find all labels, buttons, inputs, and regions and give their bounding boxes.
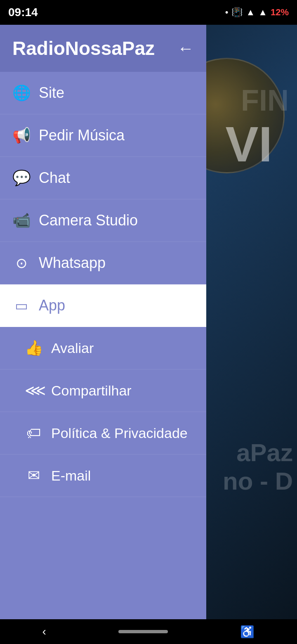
app-icon: ▭ xyxy=(12,297,31,314)
home-indicator[interactable] xyxy=(118,630,168,633)
drawer-title: RadioNossaPaz xyxy=(12,37,155,59)
menu-label-app: App xyxy=(39,297,65,314)
status-bar: 09:14 • 📳 ▲ ▲ 12% xyxy=(0,0,297,25)
navigation-drawer: RadioNossaPaz ← 🌐 Site 📢 Pedir Música 💬 … xyxy=(0,25,206,619)
wifi-icon: ▲ xyxy=(258,7,267,18)
menu-item-whatsapp[interactable]: ⊙ Whatsapp xyxy=(0,242,206,284)
nav-back-button[interactable]: ‹ xyxy=(30,621,59,642)
status-time: 09:14 xyxy=(8,6,38,19)
menu-item-app[interactable]: ▭ App xyxy=(0,284,206,327)
back-arrow-icon[interactable]: ← xyxy=(177,39,194,58)
menu-label-whatsapp: Whatsapp xyxy=(39,254,106,272)
thumbsup-icon: 👍 xyxy=(25,339,43,357)
globe-icon: 🌐 xyxy=(12,84,31,102)
menu-label-pedir-musica: Pedir Música xyxy=(39,127,125,144)
vibrate-icon: 📳 xyxy=(231,7,243,18)
menu-item-site[interactable]: 🌐 Site xyxy=(0,72,206,114)
menu-item-compartilhar[interactable]: ⋘ Compartilhar xyxy=(0,369,206,412)
menu-label-camera-studio: Camera Studio xyxy=(39,212,138,229)
dot-icon: • xyxy=(225,7,229,18)
menu-item-politica[interactable]: 🏷 Política & Privacidade xyxy=(0,412,206,455)
camera-icon: 📹 xyxy=(12,212,31,229)
drawer-header: RadioNossaPaz ← xyxy=(0,25,206,72)
menu-label-email: E-mail xyxy=(51,468,91,484)
megaphone-icon: 📢 xyxy=(12,127,31,144)
menu-item-email[interactable]: ✉ E-mail xyxy=(0,455,206,497)
share-icon: ⋘ xyxy=(25,382,43,399)
whatsapp-icon: ⊙ xyxy=(12,255,31,271)
email-icon: ✉ xyxy=(25,467,43,484)
chat-icon: 💬 xyxy=(12,169,31,187)
navigation-bar: ‹ ♿ xyxy=(0,619,297,644)
privacy-icon: 🏷 xyxy=(25,424,43,442)
accessibility-button[interactable]: ♿ xyxy=(228,621,267,643)
menu-item-camera-studio[interactable]: 📹 Camera Studio xyxy=(0,199,206,242)
menu-item-chat[interactable]: 💬 Chat xyxy=(0,157,206,199)
menu-label-politica: Política & Privacidade xyxy=(51,425,188,441)
menu-item-avaliar[interactable]: 👍 Avaliar xyxy=(0,327,206,369)
bg-text-bottom: aPazno - D xyxy=(223,438,293,495)
bg-text-vi: VI xyxy=(226,116,272,173)
menu-label-site: Site xyxy=(39,84,64,102)
signal-icon: ▲ xyxy=(246,7,255,18)
menu-label-avaliar: Avaliar xyxy=(51,340,94,356)
menu-label-compartilhar: Compartilhar xyxy=(51,383,132,399)
menu-label-chat: Chat xyxy=(39,169,70,187)
battery-text: 12% xyxy=(271,7,289,18)
status-icons: • 📳 ▲ ▲ 12% xyxy=(225,7,289,18)
menu-item-pedir-musica[interactable]: 📢 Pedir Música xyxy=(0,114,206,157)
bg-text-top: FIN xyxy=(241,83,289,118)
drawer-items-list: 🌐 Site 📢 Pedir Música 💬 Chat 📹 Camera St… xyxy=(0,72,206,619)
